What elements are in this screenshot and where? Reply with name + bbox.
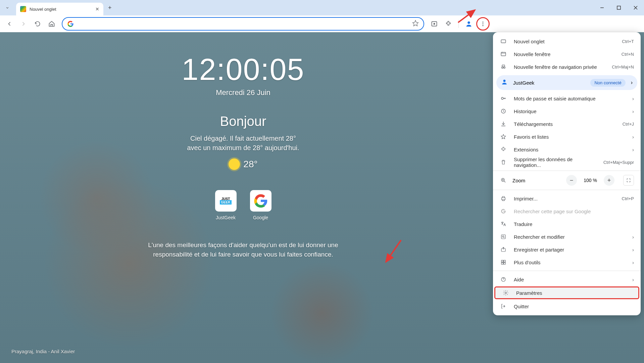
menu-save-share[interactable]: Enregistrer et partager › (493, 243, 641, 256)
clock: 12:00:05 (182, 52, 304, 87)
chevron-right-icon: › (632, 277, 634, 282)
svg-point-25 (505, 292, 507, 294)
chrome-menu-button[interactable] (477, 18, 489, 30)
shortcut-tile: JUSTGEEK (215, 190, 237, 212)
zoom-icon (500, 177, 507, 183)
date: Mercredi 26 Juin (216, 88, 270, 97)
menu-incognito[interactable]: Nouvelle fenêtre de navigation privée Ct… (493, 60, 641, 73)
shortcut-label: Google (253, 215, 268, 220)
menu-help[interactable]: Aide › (493, 273, 641, 286)
chevron-right-icon: › (631, 80, 633, 86)
minimize-button[interactable] (594, 0, 610, 15)
google-logo-icon (253, 193, 268, 208)
gear-icon (502, 290, 509, 296)
profile-button[interactable] (463, 18, 475, 30)
svg-rect-9 (501, 52, 506, 56)
chevron-right-icon: › (632, 147, 634, 152)
maximize-button[interactable] (610, 0, 627, 15)
menu-history[interactable]: Historique › (493, 105, 641, 118)
chevron-right-icon: › (632, 108, 634, 114)
weather-line1: Ciel dégagé. Il fait actuellement 28° (190, 135, 296, 142)
highlight-circle (476, 17, 490, 31)
chrome-menu: Nouvel onglet Ctrl+T Nouvelle fenêtre Ct… (493, 32, 641, 315)
quote: L'une des meilleures façons d'aider quel… (129, 240, 357, 259)
zoom-out-button[interactable]: − (566, 175, 577, 186)
menu-extensions[interactable]: Extensions › (493, 143, 641, 156)
google-g-icon (500, 208, 507, 214)
menu-profile[interactable]: JustGeek Non connecté › (496, 75, 637, 90)
new-tab-button[interactable]: + (108, 4, 112, 11)
shortcut-google[interactable]: Google (250, 190, 271, 220)
svg-rect-22 (501, 263, 503, 264)
puzzle-icon (500, 146, 507, 152)
svg-point-13 (501, 97, 503, 99)
menu-print[interactable]: Imprimer... Ctrl+P (493, 192, 641, 205)
fullscreen-button[interactable] (623, 175, 634, 186)
profile-name: JustGeek (513, 80, 585, 86)
trash-icon (500, 159, 507, 165)
close-window-button[interactable] (627, 0, 644, 15)
tab-favicon (20, 6, 26, 12)
menu-downloads[interactable]: Téléchargements Ctrl+J (493, 118, 641, 130)
menu-separator (493, 171, 641, 171)
address-input[interactable] (74, 21, 412, 27)
svg-rect-1 (617, 6, 621, 9)
address-bar[interactable] (62, 17, 424, 31)
menu-quit[interactable]: Quitter (493, 300, 641, 313)
extensions-button[interactable] (442, 18, 454, 30)
menu-new-tab[interactable]: Nouvel onglet Ctrl+T (493, 35, 641, 48)
translate-icon (500, 221, 507, 227)
home-button[interactable] (46, 18, 58, 30)
forward-button[interactable] (17, 18, 30, 30)
history-icon (500, 108, 507, 114)
menu-new-window[interactable]: Nouvelle fenêtre Ctrl+N (493, 48, 641, 60)
svg-point-3 (434, 23, 435, 25)
star-icon (500, 134, 507, 140)
menu-bookmarks[interactable]: Favoris et listes › (493, 130, 641, 143)
svg-rect-20 (501, 260, 503, 262)
exit-icon (500, 303, 507, 309)
help-icon (500, 276, 507, 282)
weather-line2: avec un maximum de 28° aujourd'hui. (187, 144, 299, 151)
profile-status-badge: Non connecté (590, 79, 625, 87)
menu-find-edit[interactable]: Rechercher et modifier › (493, 230, 641, 243)
svg-point-4 (467, 21, 470, 24)
chevron-right-icon: › (632, 260, 634, 265)
google-icon (67, 20, 74, 27)
side-panel-button[interactable] (428, 18, 440, 30)
chevron-right-icon: › (632, 134, 634, 140)
tab-title: Nouvel onglet (30, 7, 92, 12)
back-button[interactable] (3, 18, 15, 30)
shortcut-label: JustGeek (216, 215, 236, 220)
menu-settings[interactable]: Paramètres (494, 286, 639, 299)
toolbar (0, 15, 644, 32)
tools-icon (500, 259, 507, 265)
menu-passwords[interactable]: Mots de passe et saisie automatique › (493, 92, 641, 105)
svg-rect-23 (504, 263, 505, 264)
chevron-right-icon: › (632, 247, 634, 253)
download-icon (500, 121, 507, 127)
zoom-in-button[interactable]: + (604, 175, 614, 186)
menu-separator (493, 271, 641, 271)
svg-rect-17 (501, 235, 505, 239)
shortcut-justgeek[interactable]: JUSTGEEK JustGeek (215, 190, 237, 220)
chevron-right-icon: › (632, 96, 634, 101)
close-tab-button[interactable]: ✕ (95, 6, 99, 12)
reload-button[interactable] (32, 18, 44, 30)
sun-icon (229, 158, 240, 170)
shortcuts: JUSTGEEK JustGeek Google (215, 190, 271, 220)
menu-zoom: Zoom − 100 % + (493, 173, 641, 188)
bookmark-star-icon[interactable] (412, 20, 419, 28)
photo-credit: Prayagraj, India - Anil Xavier (11, 349, 75, 354)
incognito-icon (500, 64, 507, 70)
tab-icon (500, 38, 507, 44)
menu-more-tools[interactable]: Plus d'outils › (493, 256, 641, 269)
svg-rect-8 (501, 40, 506, 43)
menu-clear-data[interactable]: Supprimer les données de navigation... C… (493, 156, 641, 169)
temperature: 28° (243, 159, 257, 170)
menu-translate[interactable]: Traduire (493, 218, 641, 230)
svg-point-12 (503, 80, 506, 82)
browser-tab[interactable]: Nouvel onglet ✕ (16, 3, 103, 15)
window-controls (594, 0, 644, 15)
tab-search-dropdown[interactable] (3, 3, 12, 12)
